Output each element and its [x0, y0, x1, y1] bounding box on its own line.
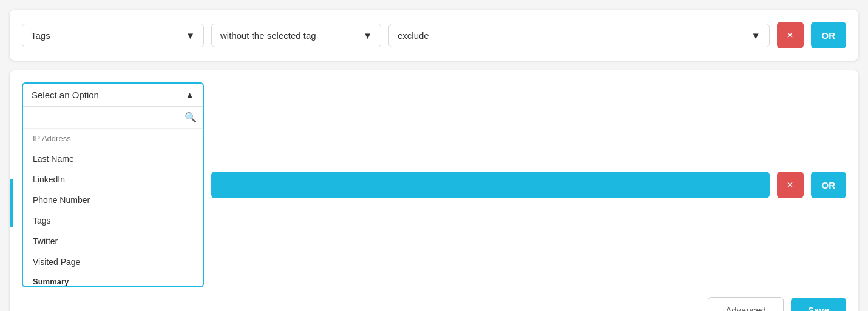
- remove-2-icon: ×: [787, 179, 793, 192]
- tags-field-dropdown[interactable]: Tags ▼: [22, 24, 204, 47]
- condition-chevron-down-icon: ▼: [363, 30, 372, 41]
- exclude-chevron-down-icon: ▼: [751, 30, 761, 41]
- list-item-visited-page[interactable]: Visited Page: [23, 252, 203, 272]
- list-item-linkedin[interactable]: LinkedIn: [23, 169, 203, 190]
- remove-filter-1-button[interactable]: ×: [777, 22, 804, 48]
- left-blue-accent: [10, 179, 13, 227]
- dropdown-search-input[interactable]: [29, 113, 185, 122]
- remove-1-icon: ×: [787, 29, 793, 42]
- exclude-label: exclude: [398, 30, 429, 41]
- dropdown-list: IP Address Last Name LinkedIn Phone Numb…: [23, 129, 203, 286]
- select-option-dropdown[interactable]: Select an Option ▲: [23, 84, 203, 107]
- tags-field-label: Tags: [31, 30, 50, 41]
- condition-label: without the selected tag: [220, 30, 316, 41]
- condition-dropdown[interactable]: without the selected tag ▼: [211, 24, 381, 47]
- select-option-dropdown-container: Select an Option ▲ 🔍 IP Address Last Nam…: [22, 82, 204, 287]
- list-item-phone[interactable]: Phone Number: [23, 190, 203, 210]
- bottom-actions: Advanced Save: [22, 297, 846, 311]
- advanced-button[interactable]: Advanced: [708, 297, 784, 311]
- select-chevron-up-icon: ▲: [185, 90, 194, 100]
- list-item-ip[interactable]: IP Address: [23, 129, 203, 149]
- blue-highlight-bar: [211, 172, 770, 198]
- or-button-1[interactable]: OR: [811, 22, 847, 48]
- save-button[interactable]: Save: [791, 298, 846, 311]
- remove-filter-2-button[interactable]: ×: [777, 172, 804, 198]
- tags-chevron-down-icon: ▼: [186, 30, 195, 41]
- filter-card-1: Tags ▼ without the selected tag ▼ exclud…: [10, 10, 858, 61]
- dropdown-search-container: 🔍: [23, 107, 203, 129]
- list-item-twitter[interactable]: Twitter: [23, 231, 203, 252]
- search-icon: 🔍: [185, 112, 197, 123]
- summary-section-header: Summary: [23, 272, 203, 286]
- list-item-last-name[interactable]: Last Name: [23, 149, 203, 169]
- filter-row-1: Tags ▼ without the selected tag ▼ exclud…: [22, 22, 846, 48]
- select-option-label: Select an Option: [32, 90, 99, 100]
- list-item-tags[interactable]: Tags: [23, 210, 203, 231]
- exclude-dropdown[interactable]: exclude ▼: [388, 24, 770, 47]
- filter-row-2: Select an Option ▲ 🔍 IP Address Last Nam…: [22, 82, 846, 287]
- filter-card-2: Select an Option ▲ 🔍 IP Address Last Nam…: [10, 70, 858, 311]
- or-button-2[interactable]: OR: [811, 172, 847, 198]
